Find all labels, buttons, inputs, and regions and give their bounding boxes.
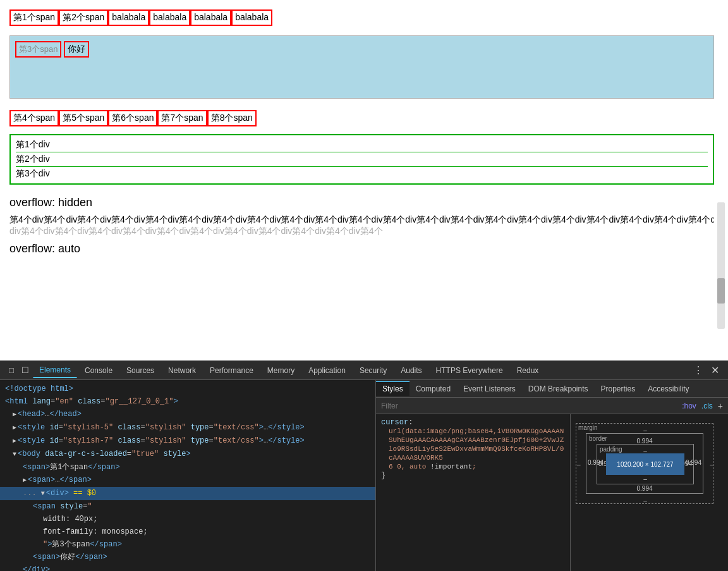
dom-line-span1: <span>第1个span</span>: [0, 461, 375, 474]
dom-line-head: ▶<head>…</head>: [0, 408, 375, 421]
css-url-line: url(data:image/png;base64,iVBORw0KGgoAAA…: [381, 427, 565, 462]
main-viewport: 第1个span第2个spanbalabalabalabalabalabalaba…: [0, 0, 728, 360]
overflow-auto-label: overflow: auto: [9, 242, 719, 255]
tab-accessibility[interactable]: Accessibility: [641, 382, 695, 396]
styles-main: cursor: url(data:image/png;base64,iVBORw…: [376, 414, 570, 571]
span-4: 第4个span: [9, 110, 59, 126]
tab-dom-breakpoints[interactable]: DOM Breakpoints: [522, 382, 595, 396]
css-url-value: url(data:image/png;base64,iVBORw0KGgoAAA…: [389, 427, 564, 462]
dom-line-font: font-family: monospace;: [0, 525, 375, 538]
dom-line-style5: ▶<style id="stylish-5" class="stylish" t…: [0, 421, 375, 434]
device-icon[interactable]: ☐: [19, 364, 32, 377]
dom-line-closestyle: ">第3个span</span>: [0, 538, 375, 551]
span-balabala-1: balabala: [108, 9, 149, 26]
box-model-panel: margin – – – – border 0.994 0.994: [570, 414, 728, 571]
border-bottom-val: 0.994: [636, 485, 652, 492]
tab-application[interactable]: Application: [302, 364, 352, 378]
tab-console[interactable]: Console: [78, 364, 119, 378]
dom-line-doctype: <!doctype html>: [0, 383, 375, 395]
css-cursor-prop: cursor: [381, 418, 408, 427]
content-box: 1020.200 × 102.727: [606, 453, 684, 475]
span-1: 第1个span: [9, 9, 59, 26]
css-url-suffix: 6 0, auto !important;: [389, 463, 476, 470]
span-5: 第5个span: [59, 110, 108, 126]
div-2: 第2个div: [16, 152, 708, 167]
span-hello: 你好: [64, 41, 89, 58]
dom-line-width: width: 40px;: [0, 513, 375, 525]
span-balabala-4: balabala: [231, 9, 272, 26]
dom-line-span-style: <span style=": [0, 500, 375, 513]
span-2: 第2个span: [59, 9, 108, 26]
tab-computed[interactable]: Computed: [410, 382, 457, 396]
tab-network[interactable]: Network: [162, 364, 202, 378]
dom-line-span2: ▶<span>…</span>: [0, 474, 375, 487]
margin-bottom-val: –: [643, 497, 647, 504]
span-balabala-3: balabala: [190, 9, 231, 26]
tab-styles[interactable]: Styles: [376, 381, 410, 396]
devtools-tabbar: □ ☐ Elements Console Sources Network Per…: [0, 361, 728, 380]
filter-plus-button[interactable]: +: [718, 401, 723, 411]
inspector-icon[interactable]: □: [5, 364, 18, 377]
tab-https-everywhere[interactable]: HTTPS Everywhere: [430, 364, 509, 378]
border-label: border: [589, 435, 607, 442]
row3-spans: 第4个span第5个span第6个span第7个span第8个span: [9, 110, 719, 126]
div-3: 第3个div: [16, 167, 708, 181]
padding-box: padding – 0.994 – 0.994 1020.200 × 102.7…: [597, 444, 694, 484]
box-model-diagram: margin – – – – border 0.994 0.994: [576, 423, 715, 505]
div-1: 第1个div: [16, 138, 708, 152]
close-icon[interactable]: ✕: [707, 364, 723, 376]
dom-line-div-selected[interactable]: ... ▼<div> == $0: [0, 487, 375, 500]
tab-event-listeners[interactable]: Event Listeners: [457, 382, 522, 396]
divs-container: 第1个div 第2个div 第3个div: [9, 134, 714, 185]
dom-line-div-close: </div>: [0, 563, 375, 571]
filter-input[interactable]: [381, 402, 677, 410]
devtools-panel: □ ☐ Elements Console Sources Network Per…: [0, 360, 728, 571]
css-url-suffix-line: 6 0, auto !important;: [381, 462, 565, 471]
devtools-content: <!doctype html> <html lang="en" class="g…: [0, 380, 728, 571]
div4-text-overflow: div第4个div第4个div第4个div第4个div第4个div第4个div第…: [9, 226, 714, 237]
row1-spans: 第1个span第2个spanbalabalabalabalabalabalaba…: [9, 9, 719, 26]
tab-sources[interactable]: Sources: [120, 364, 161, 378]
dom-line-nihao: <span>你好</span>: [0, 551, 375, 563]
tab-performance[interactable]: Performance: [203, 364, 260, 378]
padding-bottom-val: –: [643, 476, 647, 482]
span-3: 第3个span: [15, 41, 61, 58]
right-panel: Styles Computed Event Listeners DOM Brea…: [376, 380, 728, 571]
content-size: 1020.200 × 102.727: [617, 461, 673, 468]
filter-cls-button[interactable]: .cls: [701, 402, 713, 410]
filter-pseudo-button[interactable]: :hov: [682, 402, 696, 410]
dom-line-body: ▼<body data-gr-c-s-loaded="true" style>: [0, 448, 375, 461]
dom-line-html: <html lang="en" class="gr__127_0_0_1">: [0, 395, 375, 408]
filter-bar: :hov .cls +: [376, 398, 728, 414]
scrollbar-thumb[interactable]: [717, 278, 725, 304]
tab-memory[interactable]: Memory: [261, 364, 301, 378]
css-cursor-line: cursor:: [381, 418, 565, 427]
span-8: 第8个span: [207, 110, 257, 126]
margin-left-val: –: [577, 461, 581, 468]
right-tabs: Styles Computed Event Listeners DOM Brea…: [376, 380, 728, 398]
span-balabala-2: balabala: [149, 9, 190, 26]
tab-security[interactable]: Security: [353, 364, 393, 378]
tab-properties[interactable]: Properties: [594, 382, 641, 396]
span-6: 第6个span: [108, 110, 157, 126]
blue-container: 第3个span 你好: [9, 35, 714, 99]
tab-redux[interactable]: Redux: [511, 364, 545, 378]
border-box: border 0.994 0.994 0.994 0.994 padding –…: [586, 433, 703, 494]
more-icon[interactable]: ⋮: [691, 364, 706, 376]
tab-elements[interactable]: Elements: [33, 363, 77, 378]
dom-panel: <!doctype html> <html lang="en" class="g…: [0, 380, 376, 571]
dom-line-style7: ▶<style id="stylish-7" class="stylish" t…: [0, 434, 375, 448]
css-close-brace: }: [381, 471, 565, 480]
overflow-hidden-label: overflow: hidden: [9, 196, 719, 209]
scrollbar[interactable]: [717, 202, 725, 329]
margin-right-val: –: [710, 461, 713, 468]
span-7: 第7个span: [157, 110, 207, 126]
div4-text: 第4个div第4个div第4个div第4个div第4个div第4个div第4个d…: [9, 214, 714, 226]
tab-audits[interactable]: Audits: [394, 364, 428, 378]
styles-content: cursor: url(data:image/png;base64,iVBORw…: [376, 414, 728, 571]
padding-label: padding: [600, 446, 622, 453]
